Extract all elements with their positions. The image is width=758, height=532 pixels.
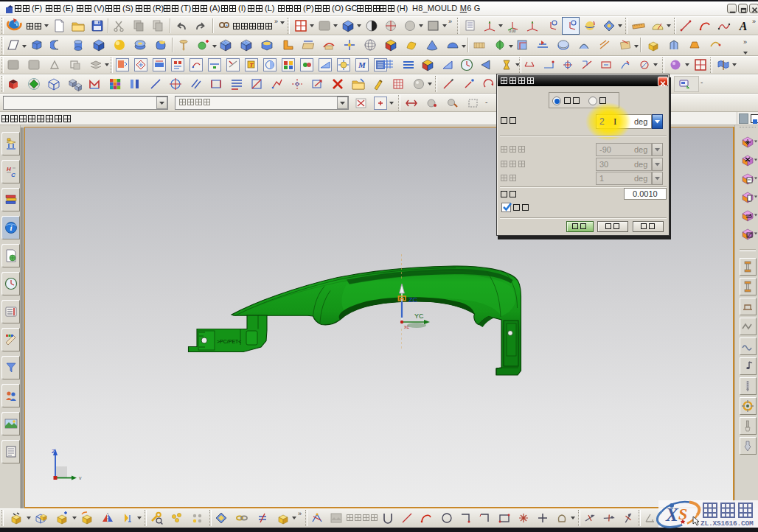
svg-text:>PC/PET<: >PC/PET< bbox=[217, 339, 241, 344]
svg-text:M: M bbox=[358, 60, 366, 69]
svg-text:YC: YC bbox=[414, 312, 424, 320]
svg-text:C: C bbox=[11, 172, 15, 178]
svg-text:X: X bbox=[665, 505, 679, 525]
svg-text:Z: Z bbox=[52, 448, 55, 455]
svg-text:0.00: 0.00 bbox=[510, 29, 516, 33]
svg-text:v: v bbox=[79, 475, 82, 480]
svg-text:ZC: ZC bbox=[408, 296, 417, 304]
svg-text:A: A bbox=[739, 20, 748, 32]
